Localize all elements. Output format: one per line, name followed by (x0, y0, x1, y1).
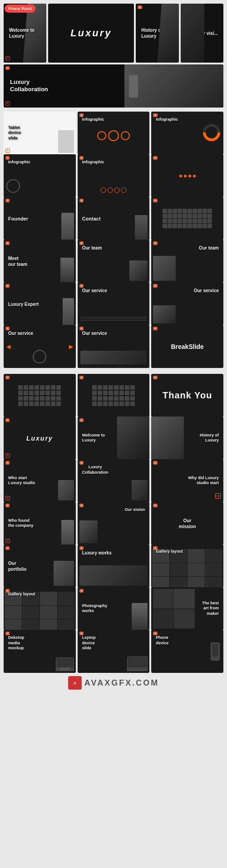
slide-photography-works[interactable]: 4 Photographyworks (78, 587, 150, 630)
slide-luxury-works[interactable]: 4 Luxury works (78, 544, 150, 588)
slide-title: Who foundthe company (6, 516, 35, 530)
mosaic-cell (188, 549, 205, 563)
icon-cell (35, 385, 39, 390)
slide-gallery-layout-2[interactable]: 4 Gallery layout (4, 587, 76, 630)
slide-num: 4 (5, 241, 10, 245)
icon-cell (45, 396, 50, 401)
icon-cell (109, 391, 113, 395)
slide-infographic-2[interactable]: 4 Infographic (151, 112, 223, 155)
icon-cell (192, 209, 197, 213)
slide-title: Luxury (26, 435, 53, 442)
slide-founder[interactable]: 4 Founder (4, 197, 76, 240)
avax-footer: A AVAXGFX.COM (4, 672, 223, 691)
slide-contact[interactable]: 4 Contact (78, 197, 150, 240)
slide-image (79, 520, 98, 543)
slide-num: 4 (5, 418, 10, 422)
slide-image (151, 417, 183, 460)
slide-history-2[interactable]: 4 History ofLuxury (151, 417, 223, 460)
close-icon: ✕ (5, 101, 10, 106)
slide-infographic-1[interactable]: 4 Infographic (78, 112, 150, 155)
slide-our-service-4[interactable]: 4 Our service (78, 325, 150, 368)
divider (80, 320, 147, 321)
slide-our-team-1[interactable]: 4 Our team (78, 240, 150, 283)
slide-who-found[interactable]: 4 Who foundthe company ✕ (4, 502, 76, 545)
mosaic-cell (58, 606, 75, 619)
slide-infographic-3[interactable]: 4 Infographic (4, 154, 76, 197)
slide-our-service-1[interactable]: 4 Our service (78, 282, 150, 325)
slide-best-art[interactable]: 4 The bestart frommaker (151, 587, 223, 630)
slide-luxury-main[interactable]: Luxury (48, 4, 134, 63)
person-photo (60, 258, 74, 283)
slide-our-portfolio[interactable]: 4 Ourportfolio (4, 544, 76, 588)
slide-row-3: Tabletdeviceslide ✕ 4 Infographic 4 Info… (4, 112, 223, 152)
mosaic-cell (205, 549, 222, 563)
slide-image (124, 64, 223, 108)
slide-our-service-3[interactable]: 4 Our service ◀ ▶ (4, 325, 76, 368)
slide-history[interactable]: 4 History ofLuxury (136, 4, 178, 63)
slide-num: 4 (5, 199, 10, 202)
slide-row-11: 4 Who startLuxury studio ✕ 4 LuxuryColla… (4, 459, 223, 500)
slide-breakslide[interactable]: 4 BreakSlide (151, 325, 223, 368)
icon-cell (202, 209, 207, 213)
desktop-icon (56, 657, 74, 671)
mosaic-cell (40, 592, 57, 605)
slide-phone[interactable]: 4 Phonedevice (151, 630, 223, 673)
art-cell (153, 609, 173, 628)
power-point-badge[interactable]: Power Point (5, 5, 35, 13)
icon-cell (92, 385, 97, 390)
slide-title: Tabletdeviceslide (6, 123, 23, 143)
slide-infographic-5[interactable]: 4 (151, 154, 223, 197)
mosaic-cell (5, 619, 22, 630)
slide-our-team-2[interactable]: 4 Our team (151, 240, 223, 283)
icon-cell (168, 214, 172, 218)
slide-desktop-mockup[interactable]: 4 Dekstopmediamockup (4, 630, 76, 673)
icon-cell (45, 391, 50, 395)
slide-thank-you[interactable]: 4 Thank You (151, 374, 223, 417)
service-image (80, 351, 147, 364)
icon-cell (29, 402, 34, 406)
slide-our-mission[interactable]: 4 Ourmission (151, 502, 223, 545)
icon-cell (168, 219, 172, 223)
slide-our-vision-2[interactable]: 4 Our vision (78, 502, 150, 545)
icon-cell (29, 391, 34, 395)
icon-cell (207, 209, 212, 213)
mosaic-cell (5, 606, 22, 619)
icon-cell (125, 402, 129, 406)
slide-luxury-logo-2[interactable]: 4 ✕ Luxury (4, 417, 76, 460)
mosaic-cell (170, 563, 187, 577)
slide-tablet[interactable]: Tabletdeviceslide ✕ (4, 112, 76, 155)
slide-infographic-4[interactable]: 4 Infographic (78, 154, 150, 197)
slide-who-start[interactable]: 4 Who startLuxury studio ✕ (4, 459, 76, 502)
icon-cell (40, 396, 44, 401)
slide-num: 4 (5, 66, 10, 70)
slide-icons-1[interactable]: 4 (151, 197, 223, 240)
slide-our-service-2[interactable]: 4 Our service (151, 282, 223, 325)
icon-cell (202, 219, 207, 223)
icon-cell (188, 214, 192, 218)
slide-title: Who startLuxury studio (6, 474, 37, 488)
slide-icons-3[interactable]: 4 (78, 374, 150, 417)
slide-title: Our service (80, 286, 109, 295)
icon-cell (178, 219, 182, 223)
icon-circle (108, 187, 113, 193)
slide-our-vision[interactable]: 4 Our visi... (181, 4, 223, 63)
icon-cell (197, 214, 202, 218)
slide-welcome-2[interactable]: 4 Welcome toLuxury (78, 417, 150, 460)
slide-laptop[interactable]: 4 Leptopdeviceslide (78, 630, 150, 673)
divider (80, 319, 147, 319)
slide-luxury-expert[interactable]: 4 Luxury Expert (4, 282, 76, 325)
icon-cell (125, 396, 129, 401)
slide-luxury-collab-2[interactable]: 4 LuxuryCollaboration (78, 459, 150, 502)
slide-row-15: 4 Dekstopmediamockup 4 Leptopdeviceslide… (4, 630, 223, 671)
icon-cell (56, 391, 61, 395)
slide-meet-team[interactable]: 4 Meetour team (4, 240, 76, 283)
slide-title: Founder (6, 213, 30, 223)
mosaic-cell (188, 563, 205, 577)
icon-cell (35, 396, 39, 401)
slide-icons-2[interactable]: 4 (4, 374, 76, 417)
slide-row-1: 4 Welcome toLuxury ✕ Luxury 4 History of… (4, 4, 223, 63)
slide-luxury-collab[interactable]: 4 LuxuryCollaboration ✕ (4, 64, 223, 108)
slide-gallery-layout[interactable]: 4 Gallery layout (151, 544, 223, 588)
slide-why-luxury[interactable]: 4 Why did Luxurystudio start ✕ (151, 459, 223, 502)
icon-cell (119, 402, 124, 406)
